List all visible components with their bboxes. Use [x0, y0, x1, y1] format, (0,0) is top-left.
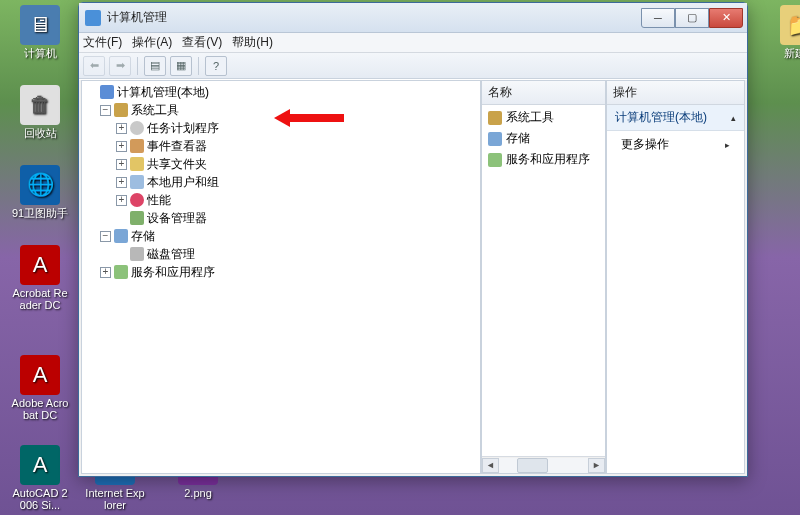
- computer-management-window: 计算机管理 ─ ▢ ✕ 文件(F) 操作(A) 查看(V) 帮助(H) ⬅ ➡ …: [78, 2, 748, 477]
- label: 计算机: [10, 47, 70, 59]
- action-label: 更多操作: [621, 136, 669, 153]
- tree-disk-management[interactable]: 磁盘管理: [86, 245, 480, 263]
- desktop-icon-adobe-acrobat[interactable]: AAdobe Acrobat DC: [10, 355, 70, 421]
- tree-label: 本地用户和组: [147, 174, 219, 191]
- services-icon: [488, 153, 502, 167]
- toolbar-separator: [137, 57, 138, 75]
- list-item[interactable]: 系统工具: [488, 109, 599, 126]
- window-body: 计算机管理(本地) −系统工具 +任务计划程序 +事件查看器 +共享文件夹 +本…: [79, 79, 747, 476]
- toggle-icon[interactable]: −: [100, 105, 111, 116]
- toggle-icon[interactable]: +: [116, 159, 127, 170]
- folder-icon: [130, 157, 144, 171]
- tree-pane: 计算机管理(本地) −系统工具 +任务计划程序 +事件查看器 +共享文件夹 +本…: [81, 80, 481, 474]
- tree-storage[interactable]: −存储: [86, 227, 480, 245]
- label: Adobe Acrobat DC: [10, 397, 70, 421]
- scroll-right-button[interactable]: ►: [588, 458, 605, 473]
- label: AutoCAD 2006 Si...: [10, 487, 70, 511]
- storage-icon: [114, 229, 128, 243]
- tree-label: 计算机管理(本地): [117, 84, 209, 101]
- desktop-icon-newfolder[interactable]: 📁新建文: [770, 5, 800, 59]
- properties-button[interactable]: ▤: [144, 56, 166, 76]
- toolbar: ⬅ ➡ ▤ ▦ ?: [79, 53, 747, 79]
- list-item[interactable]: 服务和应用程序: [488, 151, 599, 168]
- desktop-icon-computer[interactable]: 🖥计算机: [10, 5, 70, 59]
- list-item[interactable]: 存储: [488, 130, 599, 147]
- titlebar[interactable]: 计算机管理 ─ ▢ ✕: [79, 3, 747, 33]
- wrench-icon: [114, 103, 128, 117]
- tree-label: 共享文件夹: [147, 156, 207, 173]
- desktop-icon-acrobat-reader[interactable]: AAcrobat Reader DC: [10, 245, 70, 311]
- menu-help[interactable]: 帮助(H): [232, 34, 273, 51]
- toggle-icon[interactable]: −: [100, 231, 111, 242]
- computer-icon: [100, 85, 114, 99]
- action-more[interactable]: 更多操作 ▸: [607, 131, 744, 158]
- close-button[interactable]: ✕: [709, 8, 743, 28]
- toolbar-separator: [198, 57, 199, 75]
- scroll-track[interactable]: [499, 458, 588, 473]
- tree-event-viewer[interactable]: +事件查看器: [86, 137, 480, 155]
- services-icon: [114, 265, 128, 279]
- back-button[interactable]: ⬅: [83, 56, 105, 76]
- toggle-icon: [116, 249, 127, 260]
- toggle-icon[interactable]: +: [116, 177, 127, 188]
- tree-system-tools[interactable]: −系统工具: [86, 101, 480, 119]
- menu-file[interactable]: 文件(F): [83, 34, 122, 51]
- tree-shared-folders[interactable]: +共享文件夹: [86, 155, 480, 173]
- horizontal-scrollbar[interactable]: ◄ ►: [482, 456, 605, 473]
- folder-icon: 📁: [780, 5, 800, 45]
- tree-local-users[interactable]: +本地用户和组: [86, 173, 480, 191]
- minimize-button[interactable]: ─: [641, 8, 675, 28]
- menu-action[interactable]: 操作(A): [132, 34, 172, 51]
- label: 2.png: [168, 487, 228, 499]
- group-label: 计算机管理(本地): [615, 109, 707, 126]
- tree-device-manager[interactable]: 设备管理器: [86, 209, 480, 227]
- toggle-icon: [116, 213, 127, 224]
- toggle-icon: [86, 87, 97, 98]
- scroll-left-button[interactable]: ◄: [482, 458, 499, 473]
- toggle-icon[interactable]: +: [116, 123, 127, 134]
- menu-view[interactable]: 查看(V): [182, 34, 222, 51]
- window-title: 计算机管理: [107, 9, 641, 26]
- recycle-icon: 🗑: [20, 85, 60, 125]
- item-label: 服务和应用程序: [506, 151, 590, 168]
- wrench-icon: [488, 111, 502, 125]
- chevron-up-icon: ▴: [731, 113, 736, 123]
- name-column-header[interactable]: 名称: [482, 81, 605, 105]
- tree-label: 任务计划程序: [147, 120, 219, 137]
- actions-header: 操作: [607, 81, 744, 105]
- tree-services-apps[interactable]: +服务和应用程序: [86, 263, 480, 281]
- item-label: 存储: [506, 130, 530, 147]
- refresh-button[interactable]: ▦: [170, 56, 192, 76]
- tree-performance[interactable]: +性能: [86, 191, 480, 209]
- tree-body[interactable]: 计算机管理(本地) −系统工具 +任务计划程序 +事件查看器 +共享文件夹 +本…: [82, 81, 480, 473]
- desktop-icon-recycle-bin[interactable]: 🗑回收站: [10, 85, 70, 139]
- scroll-thumb[interactable]: [517, 458, 548, 473]
- chevron-right-icon: ▸: [725, 140, 730, 150]
- event-icon: [130, 139, 144, 153]
- maximize-button[interactable]: ▢: [675, 8, 709, 28]
- label: Internet Explorer: [85, 487, 145, 511]
- desktop-icon-91weitu[interactable]: 🌐91卫图助手: [10, 165, 70, 219]
- label: Acrobat Reader DC: [10, 287, 70, 311]
- perf-icon: [130, 193, 144, 207]
- name-list[interactable]: 系统工具 存储 服务和应用程序: [482, 105, 605, 456]
- forward-button[interactable]: ➡: [109, 56, 131, 76]
- label: 91卫图助手: [10, 207, 70, 219]
- app-icon: [85, 10, 101, 26]
- actions-group-header[interactable]: 计算机管理(本地) ▴: [607, 105, 744, 131]
- help-button[interactable]: ?: [205, 56, 227, 76]
- desktop-icon-autocad[interactable]: AAutoCAD 2006 Si...: [10, 445, 70, 511]
- window-buttons: ─ ▢ ✕: [641, 8, 743, 28]
- pdf-icon: A: [20, 355, 60, 395]
- users-icon: [130, 175, 144, 189]
- toggle-icon[interactable]: +: [116, 141, 127, 152]
- clock-icon: [130, 121, 144, 135]
- item-label: 系统工具: [506, 109, 554, 126]
- toggle-icon[interactable]: +: [100, 267, 111, 278]
- tree-label: 服务和应用程序: [131, 264, 215, 281]
- label: 新建文: [770, 47, 800, 59]
- toggle-icon[interactable]: +: [116, 195, 127, 206]
- tree-root[interactable]: 计算机管理(本地): [86, 83, 480, 101]
- tree-label: 存储: [131, 228, 155, 245]
- tree-task-scheduler[interactable]: +任务计划程序: [86, 119, 480, 137]
